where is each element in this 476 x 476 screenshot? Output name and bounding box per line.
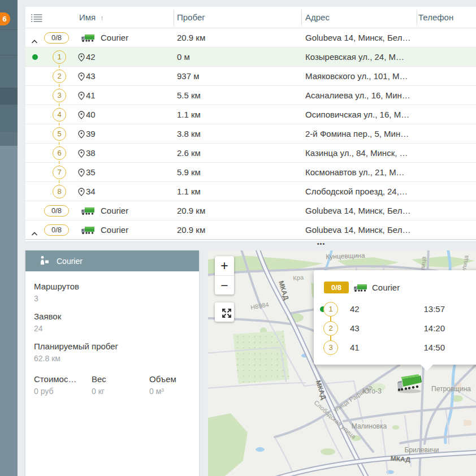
table-body: 0/8 Courier20.9 кмGolubeva 14, Минск, Бе… (25, 28, 476, 240)
metrics-row: Стоимос…0 рубВес0 кгОбъем0 м³ (34, 374, 191, 404)
sidebar-item-active[interactable] (0, 88, 18, 105)
map-label: Юго-З (362, 387, 382, 395)
mileage-cell: 3.8 км (177, 124, 201, 143)
stop-name: 43 (350, 319, 360, 338)
stop-sequence-badge: 4 (53, 108, 66, 122)
table-row-stop[interactable]: 1420 мКозыревская ул., 24, М… (25, 47, 476, 67)
fullscreen-button[interactable] (215, 302, 234, 322)
stop-eta: 14:20 (409, 319, 445, 338)
vehicle-name: Courier (101, 220, 128, 239)
progress-badge: 0/8 (324, 282, 349, 293)
splitter-dots-icon: ••• (317, 240, 326, 247)
metric-block: Стоимос…0 руб (34, 374, 92, 396)
table-header: Имя↑ Пробег Адрес Телефон (25, 7, 476, 28)
stop-name: 41 (86, 86, 96, 105)
mileage-cell: 937 м (177, 67, 200, 85)
metric-label: Вес (92, 374, 149, 384)
stat-block: Маршрутов3 (34, 282, 191, 303)
column-header-mileage[interactable]: Пробег (177, 7, 205, 28)
sidebar-item[interactable] (0, 29, 18, 55)
map-pin-icon (78, 188, 85, 198)
collapse-chevron-icon[interactable] (31, 228, 38, 239)
stop-name: 41 (350, 338, 360, 357)
panel-splitter[interactable]: ••• (308, 240, 334, 250)
stop-sequence-badge: 1 (53, 50, 66, 64)
stop-name: 42 (86, 47, 96, 66)
table-row-vehicle[interactable]: 0/8 Courier20.9 кмGolubeva 14, Минск, Бе… (25, 201, 476, 220)
map-zoom-controls: + − (215, 256, 234, 295)
collapse-chevron-icon[interactable] (31, 36, 38, 46)
metric-value: 0 кг (92, 387, 149, 396)
address-cell: Golubeva 14, Минск, Бел… (305, 201, 432, 220)
map-label: Брилевичи (405, 446, 439, 454)
table-row-stop[interactable]: 7355.9 кмКосмонавтов ул., 21, М… (25, 163, 476, 182)
table-row-vehicle[interactable]: 0/8 Courier20.9 кмGolubeva 14, Минск, Бе… (25, 220, 476, 240)
address-cell: Golubeva 14, Минск, Бел… (305, 220, 432, 239)
column-header-address[interactable]: Адрес (305, 7, 330, 28)
address-cell: 2-й Фомина пер., 5, Мин… (305, 124, 432, 143)
table-row-stop[interactable]: 5393.8 км2-й Фомина пер., 5, Мин… (25, 124, 476, 144)
mileage-cell: 20.9 км (177, 220, 205, 239)
stop-name: 34 (86, 182, 96, 201)
sidebar-item[interactable] (0, 55, 18, 88)
metric-label: Стоимос… (34, 374, 92, 384)
sidebar-item[interactable] (0, 132, 18, 146)
table-row-stop[interactable]: 4401.1 кмОсиповичская ул., 16, М… (25, 105, 476, 124)
address-cell: Осиповичская ул., 16, М… (305, 105, 432, 124)
mileage-cell: 1.1 км (177, 105, 201, 124)
stat-value: 3 (34, 294, 191, 303)
map-label: Кра (293, 274, 305, 282)
vehicle-name: Courier (101, 201, 128, 220)
card-header: Courier (25, 250, 199, 271)
stop-sequence-badge: 3 (53, 89, 66, 102)
stop-eta: 13:57 (409, 300, 445, 319)
address-cell: Слободской проезд, 24,… (305, 182, 432, 201)
popup-stop-row[interactable]: 14213:57 (314, 300, 476, 319)
column-divider (174, 10, 174, 25)
stop-sequence-badge: 2 (53, 70, 66, 83)
stop-sequence-badge: 6 (53, 146, 66, 160)
zoom-in-button[interactable]: + (215, 256, 234, 275)
truck-icon (81, 33, 96, 45)
courier-icon (38, 256, 50, 267)
map-pin-icon (78, 168, 85, 179)
stat-block: Планируемый пробег62.8 км (34, 341, 191, 363)
list-icon[interactable] (31, 14, 42, 25)
address-cell: Казинца ул., 84, Минск, … (305, 144, 432, 162)
stat-value: 62.8 км (34, 354, 191, 363)
vehicle-summary-card: Courier Маршрутов3Заявок24Планируемый пр… (25, 250, 199, 476)
vehicle-map-marker[interactable] (395, 374, 424, 396)
expand-icon (221, 312, 232, 321)
route-popup: 0/8 Courier 14213:5724314:2034114:50 (314, 270, 476, 365)
mileage-cell: 5.5 км (177, 86, 201, 105)
column-header-name[interactable]: Имя↑ (79, 7, 104, 29)
stop-name: 42 (350, 300, 360, 319)
stop-sequence-badge: 8 (53, 185, 66, 198)
map-label: Петровщина (431, 385, 471, 393)
map-label: МКАД (390, 455, 410, 464)
table-row-stop[interactable]: 3415.5 кмАсаналиева ул., 16, Мин… (25, 86, 476, 105)
column-header-phone[interactable]: Телефон (418, 7, 453, 28)
metric-value: 0 м³ (149, 387, 176, 396)
sidebar[interactable]: 6 (0, 0, 18, 476)
truck-icon (81, 206, 96, 218)
map[interactable]: КунцевщинаКраМКАДН8984улицаулицаулица Ра… (208, 250, 476, 476)
truck-marker-icon (395, 374, 424, 394)
column-divider (301, 10, 302, 25)
stop-name: 43 (86, 67, 96, 85)
column-header-name-label: Имя (79, 12, 96, 22)
popup-stop-row[interactable]: 34114:50 (314, 338, 476, 357)
table-row-stop[interactable]: 8341.1 кмСлободской проезд, 24,… (25, 182, 476, 201)
sidebar-item[interactable] (0, 105, 18, 132)
zoom-out-button[interactable]: − (215, 275, 234, 295)
stat-block: Заявок24 (34, 311, 191, 333)
card-stats: Маршрутов3Заявок24Планируемый пробег62.8… (25, 271, 199, 404)
table-row-vehicle[interactable]: 0/8 Courier20.9 кмGolubeva 14, Минск, Бе… (25, 28, 476, 47)
table-row-stop[interactable]: 243937 мМаяковского ул., 101, М… (25, 67, 476, 86)
stat-label: Заявок (34, 311, 191, 321)
address-cell: Golubeva 14, Минск, Бел… (305, 28, 432, 47)
table-row-stop[interactable]: 6382.6 кмКазинца ул., 84, Минск, … (25, 144, 476, 163)
truck-icon (353, 283, 368, 295)
mileage-cell: 5.9 км (177, 163, 201, 181)
popup-stop-row[interactable]: 24314:20 (314, 319, 476, 338)
